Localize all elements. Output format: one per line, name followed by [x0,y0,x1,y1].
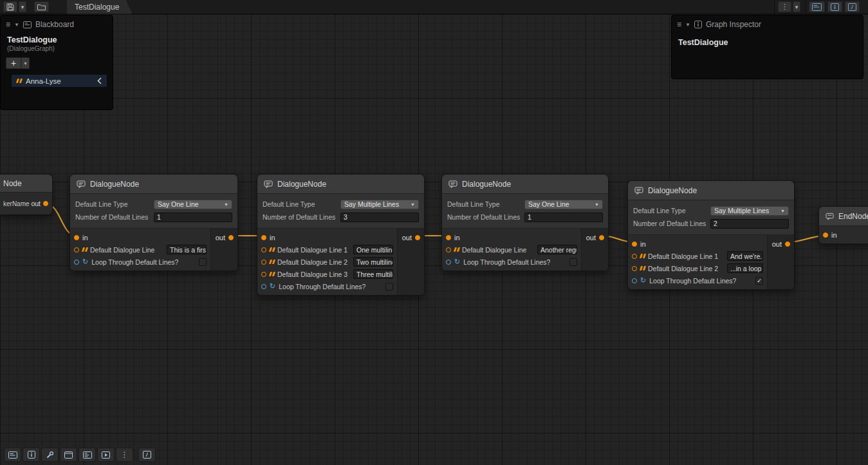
node-ports: in Default Dialogue Line 1 One multiline… [257,229,424,295]
num-lines-label: Number of Default Lines [633,220,706,227]
bottom-board-button[interactable] [78,448,96,462]
dialogue-quote-icon [270,247,274,252]
overflow-menu-button[interactable]: ⋮ [778,1,791,12]
num-lines-input[interactable]: 3 [340,213,419,222]
chevron-down-icon: ▼ [411,202,415,207]
chevron-down-icon: ▼ [224,202,228,207]
line-text-input[interactable]: And we're... [727,251,763,261]
dialogue-node-3[interactable]: DialogueNode Default Line Type Say One L… [441,174,609,271]
line-port[interactable] [446,247,451,252]
check-mark-icon: ✓ [757,278,762,284]
overflow-caret-button[interactable]: ▾ [793,1,800,12]
num-lines-label: Number of Default Lines [263,213,335,221]
breadcrumb-tab[interactable]: TestDialogue [67,0,132,14]
blackboard-field-anna-lyse[interactable]: Anna-Lyse [11,74,107,88]
collapse-caret-icon[interactable]: ▼ [14,22,19,28]
bottom-tools-button[interactable] [41,448,59,462]
line-port[interactable] [632,254,637,259]
collapse-chevron-icon[interactable] [97,77,102,84]
dialogue-node-1[interactable]: DialogueNode Default Line Type Say One L… [69,174,238,271]
end-node-icon [826,213,834,220]
dialogue-graph-editor: ▾ TestDialogue ⋮ ▾ [0,0,868,465]
inspector-panel-icon [694,21,702,28]
dropdown-value: Say Multiple Lines [344,200,399,208]
node-title-bar[interactable]: Node [0,175,52,193]
line-label: Default Dialogue Line 3 [277,270,347,278]
toggle-console-button[interactable] [845,1,860,12]
blackboard-header[interactable]: ≡ ▼ Blackboard [1,15,113,32]
node-title-bar[interactable]: EndNode [819,207,868,226]
loop-port[interactable] [74,260,79,265]
line-port[interactable] [261,247,266,252]
save-button[interactable] [3,1,17,12]
bottom-blackboard-button[interactable] [4,448,21,462]
line-port[interactable] [632,266,637,271]
num-lines-input[interactable]: 2 [710,219,789,229]
bottom-window-button[interactable] [60,448,77,462]
line-text-input[interactable]: Two multiline [353,257,393,267]
out-port[interactable] [599,235,604,240]
loop-checkbox[interactable] [199,258,207,266]
line-text-input[interactable]: This is a first [167,245,207,254]
line-port[interactable] [261,272,266,277]
save-dropdown-button[interactable]: ▾ [19,1,26,12]
line-port[interactable] [74,247,79,252]
bottom-overflow-button[interactable]: ⋮ [116,448,133,462]
line-type-dropdown[interactable]: Say Multiple Lines ▼ [710,206,789,216]
loop-port[interactable] [446,260,451,265]
num-lines-input[interactable]: 1 [154,213,232,222]
node-ports: in Default Dialogue Line Another regu ↻ … [442,229,608,270]
out-port[interactable] [43,201,48,206]
collapse-caret-icon[interactable]: ▼ [685,22,690,28]
line-type-dropdown[interactable]: Say Multiple Lines ▼ [340,200,419,209]
dialogue-node-icon [264,180,273,188]
line-text-input[interactable]: Three multili [353,269,393,279]
line-type-dropdown[interactable]: Say One Line ▼ [524,200,603,209]
bottom-console-button[interactable] [138,448,156,462]
hamburger-icon[interactable]: ≡ [677,21,681,28]
line-text-input[interactable]: One multiline [353,245,393,254]
partial-node[interactable]: Node kerName out [0,174,53,215]
in-port[interactable] [632,242,637,247]
line-port[interactable] [261,260,266,265]
dialogue-node-4[interactable]: DialogueNode Default Line Type Say Multi… [627,180,795,290]
dropdown-value: Say Multiple Lines [714,207,769,214]
out-port-label: out [772,240,782,248]
in-port[interactable] [823,232,828,238]
num-lines-input[interactable]: 1 [524,213,603,222]
open-asset-button[interactable] [34,1,49,12]
node-properties: Default Line Type Say One Line ▼ Number … [442,194,608,229]
line-text-input[interactable]: Another regu [537,245,577,254]
loop-checkbox[interactable] [385,283,393,290]
node-title-bar[interactable]: DialogueNode [70,175,237,194]
toggle-blackboard-button[interactable] [809,1,825,12]
loop-port[interactable] [632,278,637,283]
in-port[interactable] [261,235,266,240]
bottom-panel-button[interactable] [97,448,115,462]
in-port[interactable] [74,235,79,240]
node-title-bar[interactable]: DialogueNode [442,175,608,194]
dialogue-node-2[interactable]: DialogueNode Default Line Type Say Multi… [257,174,425,296]
in-port[interactable] [446,235,451,240]
line-type-label: Default Line Type [633,207,686,214]
line-type-dropdown[interactable]: Say One Line ▼ [154,200,232,209]
loop-checkbox[interactable]: ✓ [755,277,763,285]
loop-port[interactable] [261,284,266,289]
out-port[interactable] [785,242,790,247]
add-property-caret-button[interactable]: ▼ [21,57,30,69]
out-port[interactable] [415,235,420,240]
dialogue-quote-icon [640,266,645,270]
node-title-bar[interactable]: DialogueNode [628,181,794,200]
node-properties: Default Line Type Say One Line ▼ Number … [70,194,237,229]
end-node[interactable]: EndNode in [818,206,868,244]
out-port[interactable] [228,235,234,240]
toggle-inspector-button[interactable] [827,1,842,12]
loop-checkbox[interactable] [569,258,577,266]
graph-inspector-header[interactable]: ≡ ▼ Graph Inspector [672,15,863,32]
hamburger-icon[interactable]: ≡ [6,21,10,28]
line-text-input[interactable]: ...in a loop [727,263,763,273]
blackboard-title: Blackboard [35,20,74,29]
bottom-inspector-button[interactable] [23,448,40,462]
node-title-bar[interactable]: DialogueNode [257,175,424,194]
add-property-button[interactable]: + [6,57,21,69]
